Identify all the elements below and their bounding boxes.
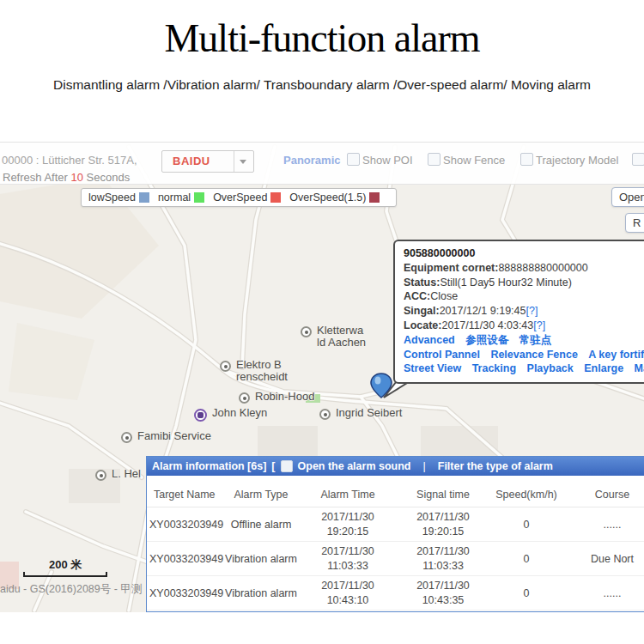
r-button[interactable]: R — [625, 213, 644, 233]
signal-value: 2017/12/1 9:19:45 — [440, 305, 526, 317]
normal-swatch — [194, 192, 204, 203]
page-title: Multi-function alarm — [0, 15, 644, 61]
alarm-information-panel: Alarm information [6s] [ Open the alarm … — [146, 456, 644, 612]
cell-course: Due Nort — [562, 542, 644, 576]
cell-alarm-type: Vibration alarm — [222, 542, 300, 576]
cell-target: XY0033203949 — [147, 576, 222, 611]
show-poi-checkbox[interactable]: Show POI — [347, 153, 413, 167]
playback-link[interactable]: Playback — [527, 362, 574, 374]
show-fence-checkbox[interactable]: Show Fence — [428, 153, 505, 167]
map-copyright: aidu - GS(2016)2089号 - 甲测 — [0, 582, 142, 597]
poi-label: Kletterwa — [317, 325, 366, 337]
cell-speed: 0 — [490, 576, 562, 611]
cell-alarm-time: 2017/11/3019:20:15 — [300, 507, 396, 542]
device-id: 905880000000 — [404, 246, 644, 261]
legend-item-overspeed15: OverSpeed(1.5) — [289, 191, 380, 204]
acc-label: ACC: — [404, 290, 430, 302]
map-scale-label: 200 米 — [49, 557, 82, 573]
trajectory-model-checkbox[interactable]: Trajectory Model — [520, 153, 618, 167]
poi-circle-icon — [95, 470, 106, 481]
manage-link[interactable]: Mana — [635, 362, 644, 374]
alarm-sound-checkbox[interactable] — [281, 460, 293, 472]
alarm-table: Target Name Alarm Type Alarm Time Signal… — [147, 483, 644, 611]
alarm-sound-label[interactable]: Open the alarm sound — [298, 460, 411, 472]
cell-signal-time: 2017/11/3019:20:15 — [396, 507, 490, 542]
cell-speed: 0 — [490, 507, 562, 542]
alarm-table-header-row: Target Name Alarm Type Alarm Time Signal… — [147, 483, 644, 507]
map-poi-kletterwald-aachen[interactable]: Kletterwald Aachen — [301, 325, 366, 349]
map-scale-bar — [23, 572, 107, 577]
col-alarm-type[interactable]: Alarm Type — [222, 483, 300, 507]
map-poi-famibi-service[interactable]: Famibi Service — [121, 430, 211, 443]
signal-help-link[interactable]: [?] — [526, 305, 538, 317]
poi-circle-icon — [121, 432, 132, 443]
overspeed-swatch — [270, 192, 281, 203]
poi-circle-icon — [319, 409, 331, 420]
map-poi-elektro-brenscheidt[interactable]: Elektro Brenscheidt — [220, 359, 288, 383]
alarm-row[interactable]: XY0033203949 Vibration alarm 2017/11/301… — [147, 542, 644, 576]
open-button[interactable]: Open — [611, 187, 644, 207]
enlarge-link[interactable]: Enlarge — [584, 362, 623, 374]
advanced-link[interactable]: Advanced — [404, 334, 455, 346]
poi-label: renscheidt — [236, 371, 288, 383]
map-poi-ingrid-seibert[interactable]: Ingrid Seibert — [319, 407, 402, 420]
map-poi-robin-hood[interactable]: Robin-Hood — [239, 391, 314, 404]
map-provider-select[interactable]: BAIDU — [161, 150, 254, 173]
cell-target: XY0033203949 — [147, 542, 222, 576]
col-signal-time[interactable]: Signal time — [396, 483, 490, 507]
filter-alarm-type-link[interactable]: Filter the type of alarm — [438, 460, 553, 472]
col-target-name[interactable]: Target Name — [147, 483, 222, 507]
page-subtitle: Dismantling alarm /Vibration alarm/ Tran… — [0, 77, 644, 93]
checkbox-icon — [520, 153, 533, 166]
alarm-panel-title: Alarm information [6s] — [152, 460, 266, 472]
provider-dropdown-button[interactable] — [234, 151, 253, 172]
alarm-row[interactable]: XY0033203949 Offline alarm 2017/11/3019:… — [147, 507, 644, 542]
key-fortification-link[interactable]: A key fortifica — [588, 349, 644, 361]
relevance-fence-link[interactable]: Relevance Fence — [490, 349, 577, 361]
map-provider-value: BAIDU — [173, 155, 210, 167]
cell-signal-time: 2017/11/3010:43:35 — [396, 576, 490, 611]
checkbox-icon — [632, 153, 644, 166]
poi-circle-icon — [239, 392, 250, 404]
checkbox-icon — [428, 153, 440, 166]
locate-label: Locate: — [404, 319, 441, 331]
speed-legend: lowSpeed normal OverSpeed OverSpeed(1.5) — [81, 188, 397, 207]
col-speed[interactable]: Speed(km/h) — [490, 483, 562, 507]
map-poi-l-hel[interactable]: L. Hel — [95, 468, 141, 481]
locate-value: 2017/11/30 4:03:43 — [441, 319, 533, 331]
resident-point-link[interactable]: 常驻点 — [519, 334, 552, 346]
device-address: 00000 : Lütticher Str. 517A, — [2, 154, 137, 167]
panoramic-link[interactable]: Panoramic — [283, 154, 340, 167]
map-poi-john-kleyn[interactable]: John Kleyn — [194, 407, 267, 422]
poi-label: ld Aachen — [317, 337, 366, 349]
overspeed15-swatch — [369, 192, 380, 203]
cell-speed: 0 — [490, 542, 562, 576]
poi-circle-icon — [301, 326, 312, 337]
tracking-link[interactable]: Tracking — [472, 362, 516, 374]
reference-device-link[interactable]: 参照设备 — [465, 334, 508, 346]
refresh-status: Refresh After 10 Seconds — [3, 171, 130, 184]
equipment-label: Equipment cornet: — [404, 262, 498, 274]
cell-course: ...... — [562, 576, 644, 611]
lowspeed-swatch — [139, 192, 149, 203]
map-viewport[interactable]: Kletterwald Aachen Elektro Brenscheidt R… — [0, 142, 644, 612]
locate-help-link[interactable]: [?] — [533, 319, 545, 331]
legend-item-normal: normal — [158, 191, 204, 204]
poi-label: L. Hel — [112, 468, 141, 480]
street-view-link[interactable]: Street View — [404, 362, 461, 374]
control-panel-link[interactable]: Control Pannel — [404, 349, 480, 361]
alarm-row[interactable]: XY0033203949 Vibration alarm 2017/11/301… — [147, 576, 644, 611]
col-alarm-time[interactable]: Alarm Time — [300, 483, 396, 507]
acc-value: Close — [430, 290, 458, 302]
clipped-checkbox[interactable] — [632, 153, 644, 167]
col-course[interactable]: Course — [562, 483, 644, 507]
checkbox-icon — [347, 153, 360, 166]
show-poi-label: Show POI — [362, 154, 413, 167]
status-label: Status: — [404, 276, 440, 289]
poi-circle-icon — [220, 361, 231, 372]
status-value: Still(1 Day5 Hour32 Minute) — [440, 276, 572, 289]
map-toolbar: 00000 : Lütticher Str. 517A, BAIDU Panor… — [0, 143, 644, 185]
legend-item-overspeed: OverSpeed — [213, 191, 281, 204]
poi-label: Ingrid Seibert — [336, 407, 402, 419]
chevron-down-icon — [240, 160, 246, 164]
